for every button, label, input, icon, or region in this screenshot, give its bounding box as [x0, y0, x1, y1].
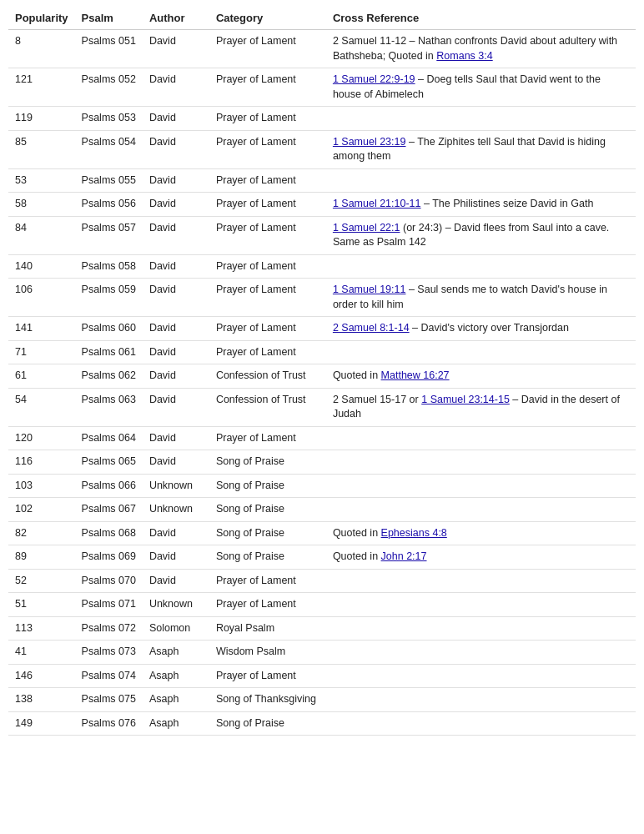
cell-psalm: Psalms 055: [75, 168, 143, 193]
cell-psalm: Psalms 053: [75, 107, 143, 131]
cell-author: David: [143, 545, 209, 570]
cell-cross-reference: [326, 168, 636, 193]
cell-category: Song of Praise: [209, 474, 326, 498]
cell-category: Royal Psalm: [209, 616, 326, 641]
cell-cross-reference: 1 Samuel 22:1 (or 24:3) – David flees fr…: [326, 216, 636, 254]
cell-category: Prayer of Lament: [209, 317, 326, 341]
cell-cross-reference: Quoted in Ephesians 4:8: [326, 521, 636, 545]
table-row: 71Psalms 061DavidPrayer of Lament: [8, 340, 636, 364]
table-row: 52Psalms 070DavidPrayer of Lament: [8, 569, 636, 593]
cell-author: David: [143, 216, 209, 254]
cell-psalm: Psalms 067: [75, 498, 143, 522]
cell-psalm: Psalms 058: [75, 254, 143, 279]
cell-category: Prayer of Lament: [209, 254, 326, 279]
cell-category: Prayer of Lament: [209, 168, 326, 193]
cross-reference-link[interactable]: 1 Samuel 22:1: [333, 222, 400, 234]
cell-author: David: [143, 426, 209, 450]
table-row: 116Psalms 065DavidSong of Praise: [8, 450, 636, 475]
cell-popularity: 103: [8, 474, 75, 498]
cell-author: David: [143, 450, 209, 475]
cell-author: David: [143, 30, 209, 68]
table-row: 58Psalms 056DavidPrayer of Lament1 Samue…: [8, 193, 636, 217]
cell-category: Prayer of Lament: [209, 68, 326, 107]
table-row: 141Psalms 060DavidPrayer of Lament2 Samu…: [8, 317, 636, 341]
cell-category: Song of Praise: [209, 450, 326, 475]
cell-psalm: Psalms 074: [75, 664, 143, 688]
cell-popularity: 146: [8, 664, 75, 688]
header-cross-reference: Cross Reference: [326, 8, 636, 30]
cell-author: David: [143, 193, 209, 217]
cell-category: Prayer of Lament: [209, 30, 326, 68]
cell-cross-reference: 1 Samuel 19:11 – Saul sends me to watch …: [326, 279, 636, 317]
cell-psalm: Psalms 063: [75, 388, 143, 426]
cell-cross-reference: [326, 107, 636, 131]
cell-cross-reference: [326, 340, 636, 364]
cross-reference-link[interactable]: Romans 3:4: [436, 50, 492, 62]
cell-psalm: Psalms 054: [75, 130, 143, 168]
cell-cross-reference: [326, 474, 636, 498]
psalms-table: Popularity Psalm Author Category Cross R…: [8, 8, 636, 736]
cross-reference-link[interactable]: 1 Samuel 22:9-19: [333, 73, 415, 85]
cell-category: Prayer of Lament: [209, 279, 326, 317]
cell-psalm: Psalms 072: [75, 616, 143, 641]
cell-popularity: 61: [8, 364, 75, 389]
cell-author: Asaph: [143, 664, 209, 688]
cell-author: David: [143, 279, 209, 317]
cell-author: David: [143, 168, 209, 193]
cell-author: David: [143, 569, 209, 593]
cell-author: David: [143, 107, 209, 131]
cell-category: Prayer of Lament: [209, 593, 326, 617]
cell-category: Song of Praise: [209, 498, 326, 522]
cell-cross-reference: [326, 616, 636, 641]
cross-reference-link[interactable]: Ephesians 4:8: [381, 527, 447, 539]
cross-reference-link[interactable]: 1 Samuel 23:14-15: [421, 394, 510, 405]
cell-category: Song of Praise: [209, 521, 326, 545]
cell-author: Unknown: [143, 593, 209, 617]
table-row: 53Psalms 055DavidPrayer of Lament: [8, 168, 636, 193]
table-row: 138Psalms 075AsaphSong of Thanksgiving: [8, 688, 636, 712]
cell-author: Asaph: [143, 688, 209, 712]
cell-category: Prayer of Lament: [209, 193, 326, 217]
cell-cross-reference: 2 Samuel 11-12 – Nathan confronts David …: [326, 30, 636, 68]
cross-reference-link[interactable]: Matthew 16:27: [381, 369, 450, 381]
cell-psalm: Psalms 068: [75, 521, 143, 545]
cell-popularity: 138: [8, 688, 75, 712]
cell-popularity: 89: [8, 545, 75, 570]
cross-reference-link[interactable]: 1 Samuel 19:11: [333, 284, 406, 295]
table-row: 146Psalms 074AsaphPrayer of Lament: [8, 664, 636, 688]
cell-category: Prayer of Lament: [209, 426, 326, 450]
cell-psalm: Psalms 076: [75, 711, 143, 736]
table-row: 82Psalms 068DavidSong of PraiseQuoted in…: [8, 521, 636, 545]
cell-author: David: [143, 521, 209, 545]
cell-psalm: Psalms 071: [75, 593, 143, 617]
cell-psalm: Psalms 062: [75, 364, 143, 389]
cell-author: David: [143, 68, 209, 107]
cell-author: Solomon: [143, 616, 209, 641]
table-row: 119Psalms 053DavidPrayer of Lament: [8, 107, 636, 131]
cell-category: Prayer of Lament: [209, 664, 326, 688]
cell-cross-reference: [326, 641, 636, 665]
cell-popularity: 120: [8, 426, 75, 450]
cross-reference-link[interactable]: 1 Samuel 21:10-11: [333, 198, 421, 209]
cell-author: Unknown: [143, 474, 209, 498]
cell-cross-reference: [326, 450, 636, 475]
cell-psalm: Psalms 057: [75, 216, 143, 254]
cross-reference-link[interactable]: John 2:17: [381, 550, 427, 562]
cross-reference-link[interactable]: 1 Samuel 23:19: [333, 136, 406, 148]
cell-psalm: Psalms 065: [75, 450, 143, 475]
cell-author: David: [143, 364, 209, 389]
cell-psalm: Psalms 066: [75, 474, 143, 498]
table-row: 61Psalms 062DavidConfession of TrustQuot…: [8, 364, 636, 389]
cell-cross-reference: [326, 569, 636, 593]
cell-author: David: [143, 130, 209, 168]
table-row: 54Psalms 063DavidConfession of Trust2 Sa…: [8, 388, 636, 426]
cell-category: Wisdom Psalm: [209, 641, 326, 665]
cell-psalm: Psalms 070: [75, 569, 143, 593]
cell-cross-reference: [326, 498, 636, 522]
cell-popularity: 71: [8, 340, 75, 364]
table-row: 149Psalms 076AsaphSong of Praise: [8, 711, 636, 736]
cross-reference-link[interactable]: 2 Samuel 8:1-14: [333, 322, 410, 334]
cell-author: Unknown: [143, 498, 209, 522]
cell-popularity: 119: [8, 107, 75, 131]
cell-author: Asaph: [143, 641, 209, 665]
